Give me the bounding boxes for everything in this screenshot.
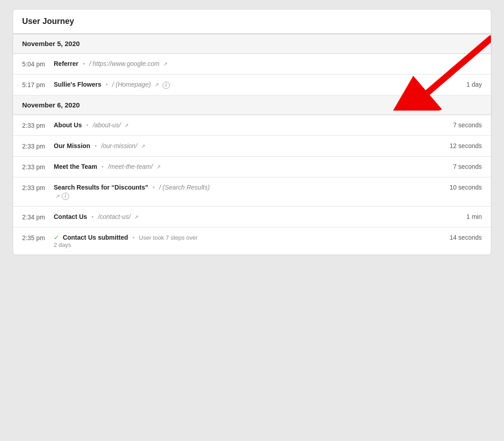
- date-label-nov6: November 6, 2020: [22, 101, 80, 109]
- row-page-name: Our Mission: [54, 142, 90, 149]
- table-row: 5:04 pm Referrer • / https://www.google.…: [13, 54, 491, 74]
- external-link-icon[interactable]: ↗: [134, 214, 139, 220]
- row-duration: 14 seconds: [441, 234, 482, 241]
- row-page-name: Meet the Team: [54, 163, 97, 170]
- row-page-name: About Us: [54, 121, 82, 129]
- row-line-1: ✓ Contact Us submitted • User took 7 ste…: [54, 234, 441, 241]
- table-row: 2:33 pm Meet the Team • /meet-the-team/ …: [13, 157, 491, 177]
- row-page-path: /our-mission/: [101, 142, 137, 149]
- row-page-path: / https://www.google.com: [89, 60, 159, 67]
- row-page-info: Our Mission • /our-mission/ ↗: [54, 142, 441, 149]
- row-page-path: /about-us/: [93, 121, 121, 129]
- info-icon[interactable]: i: [62, 193, 69, 200]
- row-page-path: / (Search Results): [159, 184, 210, 191]
- row-page-name: Sullie's Flowers: [54, 81, 101, 88]
- table-row: 2:33 pm Our Mission • /our-mission/ ↗ 12…: [13, 136, 491, 157]
- row-duration: 1 min: [441, 213, 482, 220]
- row-line-1: Search Results for “Discounts” • / (Sear…: [54, 184, 441, 191]
- row-page-name: Contact Us submitted: [63, 234, 128, 241]
- row-page-info: Search Results for “Discounts” • / (Sear…: [54, 184, 441, 200]
- table-row: 2:35 pm ✓ Contact Us submitted • User to…: [13, 227, 491, 255]
- row-page-info: Meet the Team • /meet-the-team/ ↗: [54, 163, 441, 170]
- row-page-path: / (Homepage): [112, 81, 151, 88]
- row-time: 2:33 pm: [22, 163, 54, 171]
- external-link-icon[interactable]: ↗: [56, 193, 60, 200]
- row-time: 2:33 pm: [22, 121, 54, 129]
- row-duration: 12 seconds: [441, 142, 482, 149]
- row-page-path: /contact-us/: [98, 213, 131, 220]
- row-page-name: Contact Us: [54, 213, 87, 220]
- row-duration: 7 seconds: [441, 163, 482, 170]
- row-separator: •: [102, 164, 103, 170]
- row-duration: 10 seconds: [441, 184, 482, 191]
- external-link-icon[interactable]: ↗: [156, 164, 161, 170]
- conversion-subtext: User took 7 steps over: [139, 234, 198, 241]
- row-page-path: /meet-the-team/: [108, 163, 153, 170]
- row-line-2: 2 days: [54, 241, 441, 248]
- row-page-info: About Us • /about-us/ ↗: [54, 121, 441, 129]
- row-separator: •: [95, 143, 97, 149]
- row-separator: •: [83, 61, 84, 67]
- check-icon: ✓: [54, 234, 59, 241]
- external-link-icon[interactable]: ↗: [124, 122, 129, 129]
- row-time: 2:33 pm: [22, 184, 54, 191]
- row-separator: •: [132, 235, 134, 241]
- row-time: 5:17 pm: [22, 81, 54, 88]
- row-separator: •: [106, 82, 107, 88]
- row-duration: 7 seconds: [441, 121, 482, 129]
- row-separator: •: [86, 122, 88, 129]
- row-time: 2:34 pm: [22, 213, 54, 221]
- row-time: 2:35 pm: [22, 234, 54, 241]
- row-page-name: Referrer: [54, 60, 78, 67]
- date-header-nov5: November 5, 2020: [13, 34, 491, 54]
- table-row: 2:33 pm Search Results for “Discounts” •…: [13, 177, 491, 207]
- table-row: 2:34 pm Contact Us • /contact-us/ ↗ 1 mi…: [13, 207, 491, 227]
- info-icon[interactable]: i: [163, 82, 170, 89]
- user-journey-card: User Journey November 5, 2020 5:04 pm Re…: [13, 9, 491, 255]
- table-row: 2:33 pm About Us • /about-us/ ↗ 7 second…: [13, 115, 491, 136]
- external-link-icon[interactable]: ↗: [141, 143, 145, 149]
- row-time: 2:33 pm: [22, 142, 54, 150]
- card-header: User Journey: [13, 9, 491, 34]
- row-time: 5:04 pm: [22, 60, 54, 68]
- card-title: User Journey: [22, 17, 482, 26]
- external-link-icon[interactable]: ↗: [154, 82, 159, 88]
- row-duration: 1 day: [441, 81, 482, 88]
- row-page-info: Sullie's Flowers • / (Homepage) ↗ i: [54, 81, 441, 89]
- date-header-nov6: November 6, 2020: [13, 96, 491, 115]
- table-row: 5:17 pm Sullie's Flowers • / (Homepage) …: [13, 74, 491, 96]
- row-separator: •: [153, 185, 154, 191]
- row-page-info: ✓ Contact Us submitted • User took 7 ste…: [54, 234, 441, 248]
- date-label-nov5: November 5, 2020: [22, 40, 80, 47]
- external-link-icon[interactable]: ↗: [163, 61, 168, 67]
- row-page-info: Contact Us • /contact-us/ ↗: [54, 213, 441, 220]
- row-page-name: Search Results for “Discounts”: [54, 184, 148, 191]
- row-page-info: Referrer • / https://www.google.com ↗: [54, 60, 441, 67]
- row-separator: •: [92, 214, 93, 220]
- conversion-subtext-2: 2 days: [54, 241, 71, 248]
- row-icons: ↗ i: [54, 193, 69, 200]
